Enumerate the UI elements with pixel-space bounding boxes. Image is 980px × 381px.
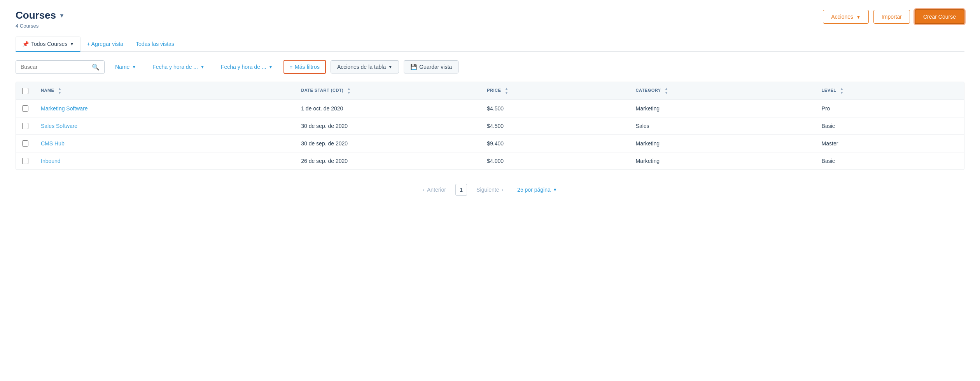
- table-row: Marketing Software 1 de oct. de 2020 $4.…: [16, 100, 964, 117]
- row-checkbox-cell[interactable]: [16, 135, 35, 152]
- prev-chevron: ‹: [423, 187, 425, 193]
- row-name[interactable]: Inbound: [35, 152, 295, 170]
- tab-chevron: ▼: [70, 42, 74, 46]
- table-row: CMS Hub 30 de sep. de 2020 $9.400 Market…: [16, 135, 964, 152]
- th-name[interactable]: NAME ▲▼: [35, 82, 295, 100]
- title-dropdown-chevron[interactable]: ▼: [59, 12, 65, 19]
- next-chevron: ›: [501, 187, 503, 193]
- row-category: Marketing: [630, 152, 816, 170]
- th-date-start[interactable]: DATE START (CDT) ▲▼: [295, 82, 481, 100]
- table-row: Sales Software 30 de sep. de 2020 $4.500…: [16, 117, 964, 135]
- pin-icon: 📌: [22, 41, 29, 47]
- crear-course-button[interactable]: Crear Course: [915, 9, 964, 24]
- level-sort-icon: ▲▼: [840, 87, 844, 95]
- row-checkbox-cell[interactable]: [16, 100, 35, 117]
- row-checkbox-cell[interactable]: [16, 152, 35, 170]
- date-filter2-label: Fecha y hora de ...: [221, 64, 266, 70]
- acciones-button[interactable]: Acciones ▼: [823, 10, 869, 24]
- row-checkbox-1[interactable]: [22, 123, 28, 129]
- save-icon: 💾: [410, 64, 417, 70]
- header-actions: Acciones ▼ Importar Crear Course: [823, 9, 964, 24]
- page-header: Courses ▼ 4 Courses Acciones ▼ Importar …: [16, 9, 964, 29]
- search-icon: 🔍: [92, 63, 100, 71]
- importar-button[interactable]: Importar: [873, 10, 910, 24]
- table-actions-button[interactable]: Acciones de la tabla ▼: [331, 60, 399, 73]
- save-view-label: Guardar vista: [419, 64, 452, 70]
- row-checkbox-cell[interactable]: [16, 117, 35, 135]
- row-checkbox-3[interactable]: [22, 158, 28, 164]
- th-level[interactable]: LEVEL ▲▼: [816, 82, 964, 100]
- current-page[interactable]: 1: [455, 184, 467, 196]
- row-date-start: 30 de sep. de 2020: [295, 117, 481, 135]
- price-sort-icon: ▲▼: [505, 87, 508, 95]
- per-page-label: 25 por página: [517, 187, 551, 193]
- name-filter-chevron: ▼: [132, 65, 136, 69]
- page-title: Courses: [16, 9, 56, 21]
- more-filters-button[interactable]: ≡ Más filtros: [284, 60, 326, 74]
- table-actions-chevron: ▼: [388, 65, 392, 69]
- row-name[interactable]: CMS Hub: [35, 135, 295, 152]
- row-checkbox-0[interactable]: [22, 105, 28, 112]
- search-input[interactable]: [21, 64, 89, 70]
- row-name[interactable]: Marketing Software: [35, 100, 295, 117]
- date-filter1-chevron: ▼: [200, 65, 205, 69]
- th-category[interactable]: CATEGORY ▲▼: [630, 82, 816, 100]
- filter-icon: ≡: [290, 64, 293, 70]
- next-page-button[interactable]: Siguiente ›: [472, 184, 508, 195]
- filters-row: 🔍 Name ▼ Fecha y hora de ... ▼ Fecha y h…: [16, 60, 964, 74]
- page-subtitle: 4 Courses: [16, 23, 65, 29]
- row-date-start: 1 de oct. de 2020: [295, 100, 481, 117]
- date-filter2-chevron: ▼: [269, 65, 273, 69]
- row-date-start: 30 de sep. de 2020: [295, 135, 481, 152]
- per-page-chevron: ▼: [553, 187, 557, 192]
- row-category: Marketing: [630, 135, 816, 152]
- search-box[interactable]: 🔍: [16, 60, 105, 74]
- row-date-start: 26 de sep. de 2020: [295, 152, 481, 170]
- prev-page-button[interactable]: ‹ Anterior: [418, 184, 451, 195]
- pagination: ‹ Anterior 1 Siguiente › 25 por página ▼: [16, 178, 964, 202]
- course-name-link[interactable]: Sales Software: [41, 123, 77, 129]
- name-sort-icon: ▲▼: [58, 87, 61, 95]
- row-checkbox-2[interactable]: [22, 140, 28, 147]
- courses-table: NAME ▲▼ DATE START (CDT) ▲▼ PRICE: [16, 82, 964, 170]
- tab-todos-courses[interactable]: 📌 Todos Courses ▼: [16, 37, 80, 52]
- row-level: Pro: [816, 100, 964, 117]
- next-label: Siguiente: [476, 187, 499, 193]
- tab-add-view[interactable]: + Agregar vista: [80, 37, 130, 52]
- more-filters-label: Más filtros: [295, 64, 320, 70]
- date-filter2-button[interactable]: Fecha y hora de ... ▼: [215, 60, 279, 73]
- select-all-checkbox[interactable]: [22, 88, 28, 94]
- tab-add-label: + Agregar vista: [87, 41, 123, 47]
- per-page-button[interactable]: 25 por página ▼: [513, 184, 562, 195]
- row-level: Basic: [816, 152, 964, 170]
- course-name-link[interactable]: Marketing Software: [41, 105, 88, 112]
- tab-todos-label: Todos Courses: [31, 41, 67, 47]
- course-name-link[interactable]: Inbound: [41, 158, 61, 164]
- courses-table-container: NAME ▲▼ DATE START (CDT) ▲▼ PRICE: [16, 82, 964, 170]
- row-category: Marketing: [630, 100, 816, 117]
- tab-all-views-label: Todas las vistas: [136, 41, 174, 47]
- table-row: Inbound 26 de sep. de 2020 $4.000 Market…: [16, 152, 964, 170]
- title-section: Courses ▼ 4 Courses: [16, 9, 65, 29]
- table-actions-label: Acciones de la tabla: [337, 64, 386, 70]
- row-price: $4.000: [481, 152, 629, 170]
- category-sort-icon: ▲▼: [665, 87, 668, 95]
- date-filter1-button[interactable]: Fecha y hora de ... ▼: [147, 60, 210, 73]
- row-level: Basic: [816, 117, 964, 135]
- row-category: Sales: [630, 117, 816, 135]
- row-price: $4.500: [481, 117, 629, 135]
- name-filter-label: Name: [115, 64, 130, 70]
- row-name[interactable]: Sales Software: [35, 117, 295, 135]
- tabs-bar: 📌 Todos Courses ▼ + Agregar vista Todas …: [16, 37, 964, 52]
- date-sort-icon: ▲▼: [347, 87, 351, 95]
- row-price: $9.400: [481, 135, 629, 152]
- name-filter-button[interactable]: Name ▼: [109, 60, 142, 73]
- th-select-all[interactable]: [16, 82, 35, 100]
- th-price[interactable]: PRICE ▲▼: [481, 82, 629, 100]
- save-view-button[interactable]: 💾 Guardar vista: [404, 60, 458, 73]
- prev-label: Anterior: [427, 187, 446, 193]
- row-price: $4.500: [481, 100, 629, 117]
- course-name-link[interactable]: CMS Hub: [41, 140, 65, 147]
- tab-all-views[interactable]: Todas las vistas: [130, 37, 180, 52]
- date-filter1-label: Fecha y hora de ...: [152, 64, 198, 70]
